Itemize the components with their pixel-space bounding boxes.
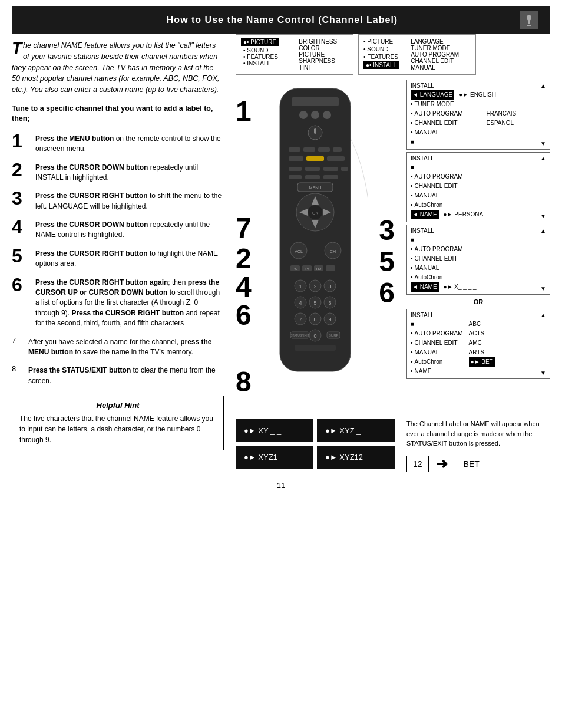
step-1-number: 1 [12, 131, 31, 150]
intro-paragraph: The channel NAME feature allows you to l… [12, 40, 224, 95]
espanol-row: ESPANOL [487, 118, 517, 128]
personal-value: ●► PERSONAL [444, 210, 487, 219]
p3-bullet: ■ [411, 235, 546, 245]
channel-edit-row: • CHANNEL EDIT [411, 118, 463, 128]
manual-row: • MANUAL [411, 128, 463, 137]
svg-text:8: 8 [313, 317, 316, 322]
bet-option: ●► BET [469, 357, 495, 367]
remote-illustration: 1 7 2 4 6 3 5 6 8 [236, 80, 401, 410]
p4-auto-program: • AUTO PROGRAM [411, 329, 463, 338]
main-content: The channel NAME feature allows you to l… [12, 34, 550, 472]
step-4-number: 4 [12, 218, 31, 236]
channel-label-box: BET [455, 456, 488, 472]
p2-channel-edit: • CHANNEL EDIT [411, 182, 546, 191]
menu1-features: • FEATURES [243, 54, 281, 60]
tuner-mode-row: • TUNER MODE [411, 100, 546, 109]
p3-name: ◄ NAME ●► X_ _ _ _ [411, 282, 546, 292]
svg-point-4 [311, 111, 319, 119]
svg-rect-11 [333, 147, 342, 152]
menu1-brightness: BRIGHTNESS [299, 38, 337, 45]
svg-rect-14 [327, 156, 345, 161]
svg-rect-19 [289, 175, 302, 179]
name-highlight-2: ◄ NAME [411, 282, 439, 292]
name-highlight: ◄ NAME [411, 210, 439, 219]
english-value: ●► ENGLISH [459, 90, 496, 100]
menu2-picture: • PICTURE [363, 38, 399, 45]
step-8-text: Press the STATUS/EXIT button to clear th… [28, 363, 224, 386]
svg-text:7: 7 [299, 317, 302, 322]
bottom-caption: The Channel Label or NAME will appear wh… [406, 419, 550, 449]
p2-name: ◄ NAME ●► PERSONAL [411, 210, 546, 219]
p3-manual: • MANUAL [411, 263, 546, 273]
svg-text:9: 9 [328, 317, 331, 322]
svg-rect-15 [289, 167, 302, 171]
step-7-text: After you have selected a name for the c… [28, 335, 224, 358]
up-arrow-4: ▲ [540, 312, 546, 318]
left-column: The channel NAME feature allows you to l… [12, 34, 230, 472]
svg-text:TV: TV [305, 267, 309, 271]
channel-number-box: 12 [406, 456, 429, 472]
install-title-3: INSTALL [411, 228, 546, 234]
step-2: 2 Press the CURSOR DOWN button repeatedl… [12, 160, 224, 183]
p4-channel-edit: • CHANNEL EDIT [411, 338, 463, 348]
page-number: 11 [0, 472, 562, 499]
step-overlay-356: 3 5 6 [379, 215, 395, 308]
up-arrow-3: ▲ [540, 228, 546, 234]
step-4: 4 Press the CURSOR DOWN button repeatedl… [12, 218, 224, 241]
step-2-text: Press the CURSOR DOWN button repeatedly … [35, 160, 224, 183]
language-highlight: ◄ LANGUAGE [411, 90, 454, 100]
menu1-color: COLOR [299, 45, 337, 51]
tv-menu-1: ●• PICTURE • SOUND • FEATURES • INSTALL … [236, 34, 353, 75]
p3-auto-program: • AUTO PROGRAM [411, 245, 546, 254]
step-7-number: 7 [12, 335, 24, 345]
channel-arrow: ➜ [436, 456, 448, 472]
menu1-install: • INSTALL [243, 60, 281, 67]
language-row: ◄ LANGUAGE ●► ENGLISH [411, 90, 546, 100]
step-overlay-246: 2 4 6 [236, 245, 252, 330]
svg-text:SURF: SURF [329, 334, 339, 337]
step-3-number: 3 [12, 189, 31, 207]
p4-name: • NAME [411, 367, 463, 376]
install-title-1: INSTALL [411, 83, 546, 89]
install-panel-name-personal: ▲ INSTALL ■ • AUTO PROGRAM • CHANNEL EDI… [406, 152, 550, 222]
right-panels: ▲ INSTALL ◄ LANGUAGE ●► ENGLISH • TUNER … [401, 80, 550, 410]
screen-xyz12: ●► XYZ12 [317, 446, 395, 469]
menu1-sharpness: SHARPNESS [299, 58, 337, 64]
svg-rect-9 [303, 147, 315, 152]
amc-option: AMC [469, 338, 495, 348]
menu2-tuner-mode: TUNER MODE [411, 45, 459, 51]
svg-text:5: 5 [313, 300, 316, 306]
step-7: 7 After you have selected a name for the… [12, 335, 224, 358]
p2-manual: • MANUAL [411, 191, 546, 200]
svg-text:1: 1 [299, 284, 302, 289]
steps-list: 1 Press the MENU button on the remote co… [12, 131, 224, 386]
screen-xyz1: ●► XYZ1 [236, 446, 313, 469]
auto-program-row: • AUTO PROGRAM [411, 109, 463, 118]
svg-text:0: 0 [313, 333, 316, 339]
svg-rect-16 [305, 167, 320, 171]
tv-menu-2: • PICTURE • SOUND • FEATURES ●• INSTALL … [358, 34, 476, 75]
svg-rect-2 [292, 97, 339, 106]
step-6: 6 Press the CURSOR RIGHT button again; t… [12, 275, 224, 329]
step-3-text: Press the CURSOR RIGHT button to shift t… [35, 189, 224, 212]
step-1: 1 Press the MENU button on the remote co… [12, 131, 224, 154]
down-arrow-1: ▼ [540, 140, 546, 147]
svg-text:OK: OK [312, 211, 318, 215]
svg-text:STATUS/EXIT: STATUS/EXIT [290, 334, 309, 337]
francais-row: FRANCAIS [487, 109, 517, 118]
menu2-sound: • SOUND [363, 46, 399, 52]
down-arrow-3: ▼ [540, 285, 546, 292]
or-label: OR [406, 298, 550, 305]
svg-text:MENU: MENU [309, 186, 322, 190]
remote-svg: MENU OK VOL CH [262, 80, 368, 386]
up-arrow-1: ▲ [540, 83, 546, 89]
menu2-auto-program: AUTO PROGRAM [411, 51, 459, 58]
step-2-number: 2 [12, 160, 31, 179]
bet-highlight: ●► BET [469, 357, 495, 367]
svg-rect-18 [341, 167, 348, 171]
p4-bullet: ■ [411, 319, 463, 329]
step-1-text: Press the MENU button on the remote cont… [35, 131, 224, 154]
step-8-number: 8 [12, 363, 24, 373]
svg-rect-21 [323, 175, 338, 179]
svg-rect-8 [289, 147, 300, 152]
